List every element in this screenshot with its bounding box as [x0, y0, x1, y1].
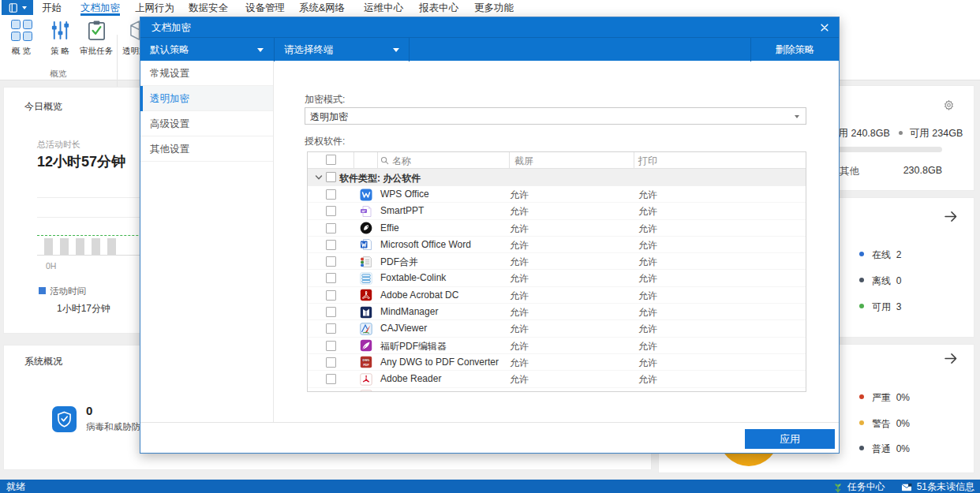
row-checkbox[interactable] [326, 290, 336, 301]
sidebar-item[interactable]: 高级设置 [140, 111, 273, 136]
dot-icon [859, 278, 864, 282]
menu-item-label: 文档加密 [80, 2, 120, 13]
row-checkbox[interactable] [326, 223, 336, 233]
screenshot-column-header[interactable]: 截屏 [514, 155, 533, 168]
menu-item[interactable]: 设备管理 [245, 0, 285, 16]
row-checkbox[interactable] [326, 374, 336, 384]
software-name: WPS Office [380, 189, 429, 200]
ribbon-group-label: 概览 [0, 69, 117, 80]
menu-item-label: 更多功能 [474, 2, 514, 13]
menu-item[interactable]: 上网行为 [135, 0, 174, 16]
go-arrow-icon[interactable] [944, 211, 958, 222]
unread-messages-link[interactable]: 51条未读信息 [917, 480, 974, 493]
legend-item-text: 警告 0% [872, 417, 910, 431]
ribbon-button-policy[interactable]: 策 略 [41, 18, 79, 70]
row-checkbox[interactable] [326, 189, 336, 200]
row-checkbox[interactable] [326, 357, 336, 368]
software-row[interactable]: CAJViewer 允许 允许 [308, 320, 806, 337]
close-icon[interactable] [818, 21, 831, 34]
task-center-link[interactable]: 任务中心 [847, 480, 885, 493]
encryption-mode-value: 透明加密 [310, 110, 348, 124]
row-checkbox[interactable] [326, 273, 336, 283]
sidebar-item[interactable]: 其他设置 [140, 136, 273, 162]
row-checkbox[interactable] [326, 240, 336, 250]
menu-item[interactable]: 报表中心 [419, 0, 458, 16]
app-logo[interactable] [2, 0, 33, 15]
software-row[interactable] [308, 388, 806, 392]
print-permission: 允许 [638, 222, 657, 236]
software-row[interactable]: Effie 允许 允许 [308, 220, 806, 237]
software-row[interactable]: Any DWG to PDF Converter 允许 允许 [308, 354, 806, 371]
software-row[interactable]: Adobe Acrobat DC 允许 允许 [308, 287, 806, 304]
row-checkbox[interactable] [326, 323, 336, 334]
software-name: Effie [380, 222, 399, 233]
ribbon-button-overview[interactable]: 概 览 [2, 18, 40, 70]
menu-item[interactable]: 系统&网络 [299, 0, 345, 16]
ribbon-button-label: 审批任务 [80, 46, 113, 57]
legend-item-text: 严重 0% [872, 391, 910, 405]
software-row[interactable]: MindManager 允许 允许 [308, 304, 806, 320]
software-row[interactable]: Microsoft Office Word 允许 允许 [308, 237, 806, 253]
app-logo-icon [8, 2, 20, 13]
menu-item-label: 数据安全 [189, 2, 228, 13]
menu-item[interactable]: 开始 [42, 0, 62, 16]
screenshot-permission: 允许 [510, 289, 529, 303]
menu-item-label: 开始 [42, 2, 62, 13]
select-all-checkbox[interactable] [326, 155, 336, 165]
apply-button[interactable]: 应用 [745, 429, 835, 449]
print-permission: 允许 [638, 323, 657, 336]
dialog-content: 加密模式: 透明加密 授权软件: 名称 截屏 打印 [275, 61, 839, 422]
sidebar-item[interactable]: 常规设置 [140, 61, 273, 86]
app-icon [360, 339, 372, 352]
terminal-dropdown[interactable]: 请选择终端 [275, 38, 409, 62]
document-encryption-dialog: 文档加密 默认策略 请选择终端 删除策略 [140, 17, 840, 454]
print-column-header[interactable]: 打印 [638, 155, 657, 168]
print-permission: 允许 [638, 239, 657, 252]
software-row[interactable]: Foxtable-Colink 允许 允许 [308, 270, 806, 286]
software-row[interactable]: PDF合并 允许 允许 [308, 253, 806, 270]
sidebar-item[interactable]: 透明加密 [140, 86, 273, 111]
table-header: 名称 截屏 打印 [308, 152, 806, 169]
software-row[interactable]: WPS Office 允许 允许 [308, 186, 806, 203]
legend-item-text: 可用 3 [872, 301, 901, 314]
settings-gear-icon[interactable] [943, 99, 955, 111]
menu-item[interactable]: 更多功能 [474, 0, 514, 16]
menu-item-label: 运维中心 [364, 2, 403, 13]
row-checkbox[interactable] [326, 206, 336, 216]
policy-dropdown-value: 默认策略 [150, 43, 189, 57]
go-arrow-icon[interactable] [944, 353, 958, 364]
name-column-header[interactable]: 名称 [392, 155, 411, 168]
logo-caret-icon [22, 6, 27, 9]
menu-item-label: 系统&网络 [299, 2, 345, 13]
delete-policy-button[interactable]: 删除策略 [751, 38, 839, 62]
row-checkbox[interactable] [326, 341, 336, 351]
software-row[interactable]: SmartPPT 允许 允许 [308, 203, 806, 219]
software-name: Adobe Reader [380, 373, 441, 384]
chevron-down-icon [257, 48, 264, 52]
app-icon [360, 373, 372, 386]
menu-item[interactable]: 运维中心 [364, 0, 403, 16]
row-checkbox[interactable] [326, 256, 336, 267]
software-row[interactable]: 福昕PDF编辑器 允许 允许 [308, 338, 806, 354]
group-row-label: 软件类型: 办公软件 [339, 172, 421, 185]
row-checkbox[interactable] [326, 307, 336, 317]
download-sprout-icon [833, 482, 843, 493]
software-group-row[interactable]: 软件类型: 办公软件 [308, 169, 806, 186]
group-checkbox[interactable] [326, 172, 336, 182]
status-bar-right: 任务中心 51条未读信息 [833, 480, 974, 493]
ribbon-button-approval[interactable]: 审批任务 [77, 18, 115, 70]
print-permission: 允许 [638, 357, 657, 370]
chevron-down-icon[interactable] [315, 174, 323, 181]
software-name: Foxtable-Colink [380, 272, 446, 283]
encryption-mode-select[interactable]: 透明加密 [305, 107, 806, 125]
app-icon [360, 390, 372, 392]
software-row[interactable]: Adobe Reader 允许 允许 [308, 371, 806, 387]
menu-item[interactable]: 数据安全 [189, 0, 228, 16]
screenshot-permission: 允许 [510, 222, 529, 236]
menu-item[interactable]: 文档加密 [80, 0, 120, 16]
policy-dropdown[interactable]: 默认策略 [140, 38, 274, 62]
row-checkbox[interactable] [326, 391, 336, 392]
approval-clipboard-icon [86, 20, 107, 41]
software-name: CAJViewer [380, 323, 427, 334]
screenshot-permission: 允许 [510, 323, 529, 336]
